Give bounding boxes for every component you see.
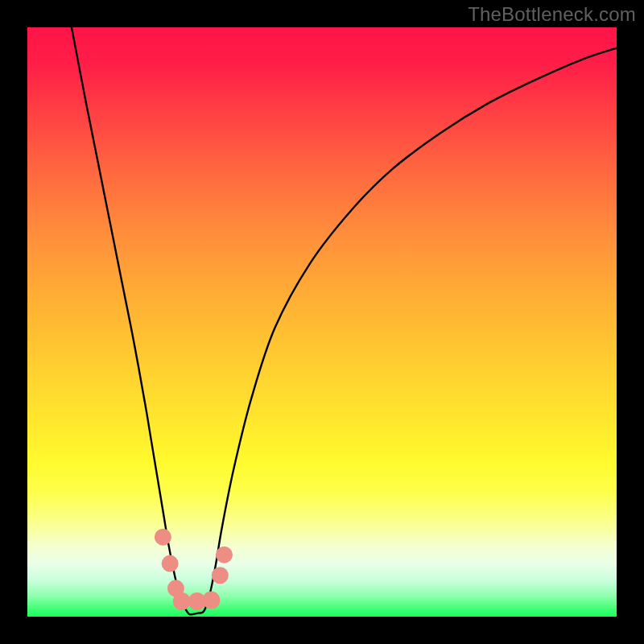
- data-marker: [162, 555, 179, 572]
- chart-svg: [27, 27, 617, 617]
- plot-area: [27, 27, 617, 617]
- data-marker: [212, 567, 229, 584]
- data-marker: [173, 592, 191, 610]
- curve-line: [72, 27, 617, 614]
- data-marker: [216, 547, 233, 564]
- data-marker: [155, 529, 171, 546]
- chart-frame: TheBottleneck.com: [0, 0, 644, 644]
- watermark-text: TheBottleneck.com: [468, 3, 636, 26]
- markers-group: [155, 529, 233, 610]
- data-marker: [202, 592, 220, 609]
